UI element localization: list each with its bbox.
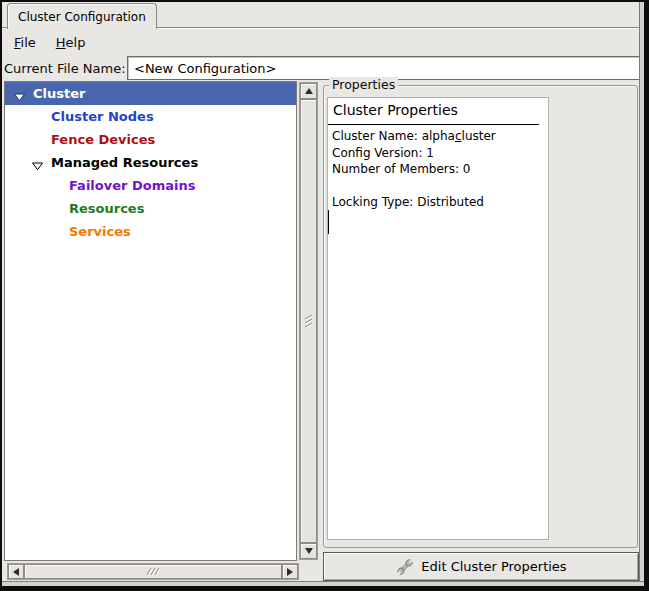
tree-vertical-scrollbar[interactable] [299,82,318,560]
indent-spacer [49,180,62,191]
properties-frame-title: Properties [329,77,398,92]
tree-horizontal-scrollbar[interactable] [7,563,299,580]
expander-icon[interactable] [31,157,44,168]
heading-underline [328,124,539,125]
property-line: Config Version: 1 [332,146,496,163]
window-border [0,586,649,591]
window-border [0,0,649,2]
horizontal-scrollbar-thumb[interactable] [24,564,282,579]
tab-cluster-configuration[interactable]: Cluster Configuration [7,3,157,29]
tree-item-resources[interactable]: Resources [5,197,296,220]
tree-item-label: Failover Domains [69,178,195,193]
property-line: Cluster Name: alphacluster [332,129,496,146]
tree-item-label: Cluster [33,86,85,101]
arrow-right-icon [287,568,293,576]
indent-spacer [31,111,44,122]
properties-lines: Cluster Name: alphaclusterConfig Version… [332,129,496,212]
tree-item-label: Cluster Nodes [51,109,154,124]
wrench-icon [395,557,415,577]
properties-canvas: Cluster Properties Cluster Name: alphacl… [327,97,549,540]
scroll-down-button[interactable] [300,543,317,559]
tree-item-cluster[interactable]: Cluster [5,82,296,105]
current-file-name-value: <New Configuration> [134,61,276,76]
thumb-grip-icon [146,566,161,577]
property-line [332,179,496,196]
scroll-right-button[interactable] [282,564,298,579]
menubar: FileHelp [4,31,85,53]
edit-button-label: Edit Cluster Properties [421,559,566,574]
tree-item-services[interactable]: Services [5,220,296,243]
tree-item-label: Managed Resources [51,155,198,170]
menu-file[interactable]: File [14,35,36,50]
property-line: Locking Type: Distributed [332,195,496,212]
tree-item-failover-domains[interactable]: Failover Domains [5,174,296,197]
tree-item-label: Services [69,224,131,239]
tree-item-cluster-nodes[interactable]: Cluster Nodes [5,105,296,128]
property-line: Number of Members: 0 [332,162,496,179]
tree-item-managed-resources[interactable]: Managed Resources [5,151,296,174]
current-file-name-label: Current File Name: [4,55,126,81]
tab-label: Cluster Configuration [18,10,146,24]
tree-item-fence-devices[interactable]: Fence Devices [5,128,296,151]
properties-heading: Cluster Properties [333,102,458,118]
tree-item-label: Fence Devices [51,132,155,147]
expander-icon[interactable] [13,88,26,99]
indent-spacer [31,134,44,145]
indent-spacer [49,226,62,237]
window-border [644,0,649,591]
arrow-up-icon [305,88,313,94]
arrow-down-icon [305,548,313,554]
window-border [0,0,2,591]
indent-spacer [49,203,62,214]
arrow-left-icon [13,568,19,576]
scroll-left-button[interactable] [8,564,24,579]
cluster-tree: ClusterCluster NodesFence DevicesManaged… [4,81,297,561]
scroll-up-button[interactable] [300,83,317,99]
thumb-grip-icon [303,314,314,329]
vertical-scrollbar-thumb[interactable] [300,99,317,543]
edit-cluster-properties-button[interactable]: Edit Cluster Properties [323,552,639,581]
canvas-tick [328,210,329,234]
menu-help[interactable]: Help [56,35,86,50]
tree-item-label: Resources [69,201,144,216]
